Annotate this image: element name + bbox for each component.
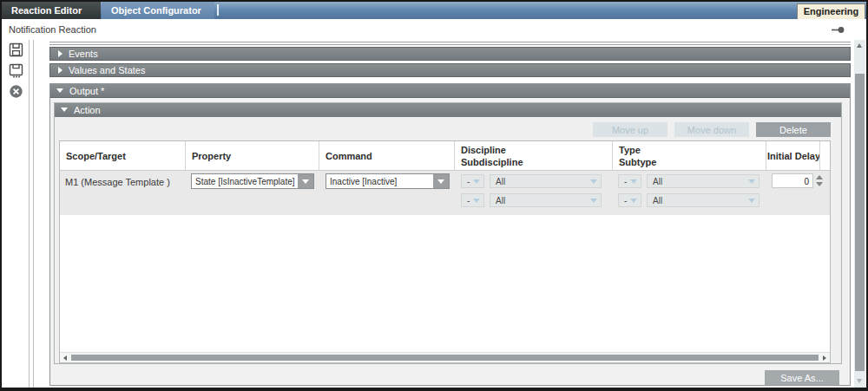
chevron-down-icon: [56, 88, 63, 93]
dropdown-arrow-icon: [745, 175, 759, 187]
scroll-left-icon[interactable]: [63, 355, 67, 361]
section-action-header[interactable]: Action: [55, 103, 841, 117]
save-as-button[interactable]: Save As...: [765, 370, 839, 385]
tab-bar: Reaction Editor Object Configurator Engi…: [2, 2, 866, 19]
panel-top-edge: [49, 42, 851, 45]
content-panel: Events Values and States Output * Action: [35, 40, 852, 388]
dropdown-arrow-icon: [470, 175, 483, 187]
page-title: Notification Reaction: [9, 24, 96, 35]
tab-engineering[interactable]: Engineering: [797, 3, 865, 19]
subtype-dropdown[interactable]: All: [647, 193, 760, 207]
subtype-operator-dropdown[interactable]: -: [618, 193, 641, 207]
column-header-discipline: Discipline Subdiscipline: [455, 141, 613, 170]
column-header-command: Command: [319, 141, 455, 170]
splitter-line[interactable]: [29, 40, 30, 388]
section-events[interactable]: Events: [49, 47, 851, 61]
row-line-1: M1 (Message Template ) State [IsInactive…: [60, 173, 830, 191]
type-dropdown[interactable]: All: [647, 174, 760, 188]
reaction-editor-window: Reaction Editor Object Configurator Engi…: [0, 0, 868, 391]
table-row: M1 (Message Template ) State [IsInactive…: [60, 171, 830, 215]
section-action-label: Action: [74, 105, 101, 115]
property-value: State [IsInactiveTemplate]: [192, 174, 297, 188]
section-events-label: Events: [69, 49, 98, 59]
dropdown-arrow-icon: [587, 175, 601, 187]
save-as-row: Save As...: [54, 370, 842, 385]
delete-button[interactable]: Delete: [756, 122, 831, 137]
dropdown-arrow-icon[interactable]: [297, 174, 313, 188]
column-header-type: Type Subtype: [613, 141, 766, 170]
discipline-dropdown[interactable]: All: [490, 174, 602, 188]
dropdown-arrow-icon: [627, 175, 641, 187]
output-body: Action Move up Move down Delete Scope/Ta…: [50, 98, 850, 385]
column-header-stub: [820, 141, 830, 170]
actions-table: Scope/Target Property Command Discipline: [59, 140, 831, 363]
action-section: Action Move up Move down Delete Scope/Ta…: [54, 102, 842, 364]
column-header-initial-delay: Initial Delay: [766, 141, 820, 170]
property-dropdown[interactable]: State [IsInactiveTemplate]: [191, 173, 314, 189]
subdiscipline-dropdown[interactable]: All: [490, 193, 602, 207]
splitter-line[interactable]: [33, 40, 34, 388]
dropdown-arrow-icon[interactable]: [432, 174, 449, 188]
section-values-and-states[interactable]: Values and States: [49, 63, 851, 77]
section-gap: [49, 77, 851, 83]
table-header-row: Scope/Target Property Command Discipline: [60, 141, 830, 171]
row-line-2: - All -: [60, 192, 830, 210]
command-dropdown[interactable]: Inactive [Inactive]: [326, 173, 450, 189]
column-header-scope-target: Scope/Target: [60, 141, 186, 170]
discipline-operator-dropdown[interactable]: -: [461, 174, 484, 188]
action-body: Move up Move down Delete Scope/Target Pr…: [55, 117, 841, 363]
chevron-right-icon: [58, 50, 62, 57]
scroll-right-icon[interactable]: [823, 355, 826, 361]
chevron-right-icon: [58, 67, 62, 74]
initial-delay-input[interactable]: 0: [772, 173, 813, 188]
action-button-row: Move up Move down Delete: [59, 122, 831, 137]
command-value: Inactive [Inactive]: [326, 174, 432, 188]
scope-target-value: M1 (Message Template ): [65, 177, 170, 187]
section-output-header[interactable]: Output *: [50, 84, 850, 98]
spinner-down-icon[interactable]: [816, 182, 823, 186]
spinner-up-icon[interactable]: [816, 175, 823, 179]
tab-object-configurator[interactable]: Object Configurator: [102, 2, 214, 19]
move-down-button[interactable]: Move down: [674, 122, 749, 137]
dropdown-arrow-icon: [587, 194, 601, 206]
pin-icon[interactable]: [832, 26, 845, 34]
dropdown-arrow-icon: [627, 194, 641, 206]
chevron-down-icon: [61, 108, 68, 112]
output-section: Output * Action Move up Move down Delete: [49, 83, 851, 386]
save-icon[interactable]: [9, 42, 23, 57]
title-bar: Notification Reaction: [2, 19, 866, 40]
scroll-up-icon[interactable]: [857, 43, 862, 48]
save-as-icon[interactable]: [9, 63, 23, 78]
tab-separator: [217, 4, 219, 16]
vertical-scroll-thumb[interactable]: [855, 74, 865, 371]
scroll-down-icon[interactable]: [857, 379, 862, 383]
type-operator-dropdown[interactable]: -: [618, 174, 641, 188]
dropdown-arrow-icon: [470, 194, 483, 206]
column-header-property: Property: [186, 141, 319, 170]
move-up-button[interactable]: Move up: [593, 122, 667, 137]
dropdown-arrow-icon: [745, 194, 759, 206]
left-toolbar: [2, 40, 29, 388]
section-values-label: Values and States: [69, 65, 145, 75]
horizontal-scroll-thumb[interactable]: [71, 355, 819, 361]
horizontal-scrollbar[interactable]: [60, 352, 830, 362]
subdiscipline-operator-dropdown[interactable]: -: [461, 193, 484, 207]
section-output-label: Output *: [69, 86, 104, 96]
initial-delay-stepper[interactable]: [816, 175, 823, 186]
vertical-scrollbar[interactable]: [854, 40, 865, 388]
close-icon[interactable]: [9, 84, 23, 99]
tab-reaction-editor[interactable]: Reaction Editor: [2, 2, 101, 19]
